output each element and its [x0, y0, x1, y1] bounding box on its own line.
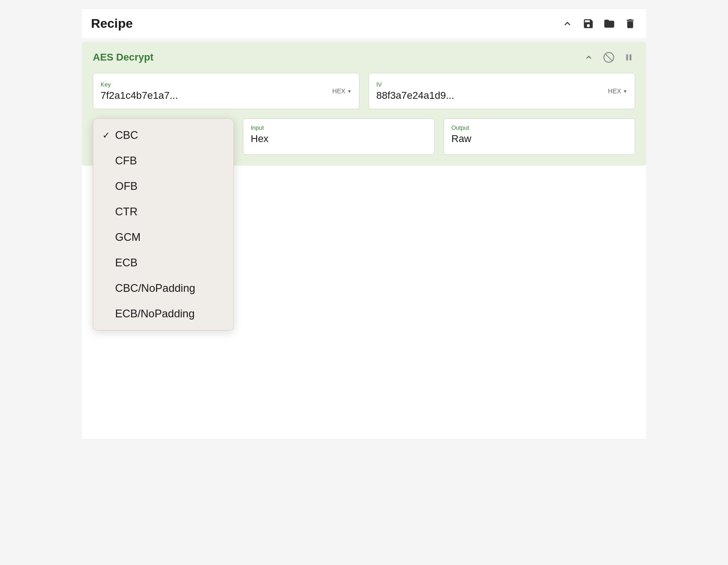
output-label: Output: [451, 124, 627, 131]
key-label: Key: [101, 81, 332, 88]
recipe-header: Recipe: [82, 9, 646, 38]
dropdown-check-cbc: ✓: [102, 130, 115, 141]
aes-decrypt-panel: AES Decrypt: [82, 42, 646, 166]
options-row: ✓CBCCFBOFBCTRGCMECBCBC/NoPaddingECB/NoPa…: [93, 118, 635, 155]
delete-button[interactable]: [623, 17, 637, 31]
aes-panel-header: AES Decrypt: [93, 51, 635, 64]
key-type-label: HEX: [332, 87, 345, 95]
dropdown-item-gcm[interactable]: GCM: [93, 224, 233, 250]
input-value: Hex: [251, 133, 427, 145]
aes-pause-button[interactable]: [622, 51, 635, 64]
open-button[interactable]: [602, 17, 616, 31]
aes-disable-button[interactable]: [602, 51, 615, 64]
iv-value: 88f3a7e24a1d9...: [376, 90, 608, 102]
dropdown-item-ofb[interactable]: OFB: [93, 173, 233, 199]
output-field[interactable]: Output Raw: [444, 118, 635, 155]
dropdown-label-gcm: GCM: [115, 231, 224, 244]
key-field-content: Key 7f2a1c4b7e1a7...: [101, 81, 332, 102]
save-button[interactable]: [581, 17, 595, 31]
iv-label: IV: [376, 81, 608, 88]
header-actions: [561, 17, 637, 31]
aes-panel-title: AES Decrypt: [93, 51, 153, 63]
iv-field-content: IV 88f3a7e24a1d9...: [376, 81, 608, 102]
dropdown-item-ecb_nopadding[interactable]: ECB/NoPadding: [93, 301, 233, 326]
aes-panel-controls: [582, 51, 635, 64]
dropdown-label-cfb: CFB: [115, 154, 224, 167]
dropdown-item-cfb[interactable]: CFB: [93, 148, 233, 173]
dropdown-label-ecb: ECB: [115, 256, 224, 269]
key-iv-row: Key 7f2a1c4b7e1a7... HEX ▼ IV 88f3a7e24a…: [93, 73, 635, 109]
iv-type-selector[interactable]: HEX ▼: [608, 87, 627, 95]
collapse-button[interactable]: [561, 17, 574, 31]
mode-dropdown[interactable]: ✓CBCCFBOFBCTRGCMECBCBC/NoPaddingECB/NoPa…: [93, 118, 234, 331]
dropdown-item-ctr[interactable]: CTR: [93, 199, 233, 224]
dropdown-item-ecb[interactable]: ECB: [93, 250, 233, 275]
iv-type-label: HEX: [608, 87, 621, 95]
dropdown-label-ofb: OFB: [115, 180, 224, 193]
key-field[interactable]: Key 7f2a1c4b7e1a7... HEX ▼: [93, 73, 359, 109]
recipe-title: Recipe: [91, 16, 133, 31]
dropdown-item-cbc[interactable]: ✓CBC: [93, 122, 233, 148]
key-value: 7f2a1c4b7e1a7...: [101, 90, 332, 102]
dropdown-label-cbc_nopadding: CBC/NoPadding: [115, 282, 224, 295]
key-type-caret: ▼: [347, 89, 352, 94]
svg-line-1: [605, 54, 612, 61]
iv-type-caret: ▼: [623, 89, 627, 94]
output-value: Raw: [451, 133, 627, 145]
input-label: Input: [251, 124, 427, 131]
dropdown-label-cbc: CBC: [115, 129, 224, 142]
iv-field[interactable]: IV 88f3a7e24a1d9... HEX ▼: [369, 73, 635, 109]
key-type-selector[interactable]: HEX ▼: [332, 87, 352, 95]
aes-collapse-button[interactable]: [582, 51, 595, 64]
input-field[interactable]: Input Hex: [243, 118, 435, 155]
dropdown-label-ecb_nopadding: ECB/NoPadding: [115, 307, 224, 320]
dropdown-item-cbc_nopadding[interactable]: CBC/NoPadding: [93, 275, 233, 301]
dropdown-label-ctr: CTR: [115, 205, 224, 218]
